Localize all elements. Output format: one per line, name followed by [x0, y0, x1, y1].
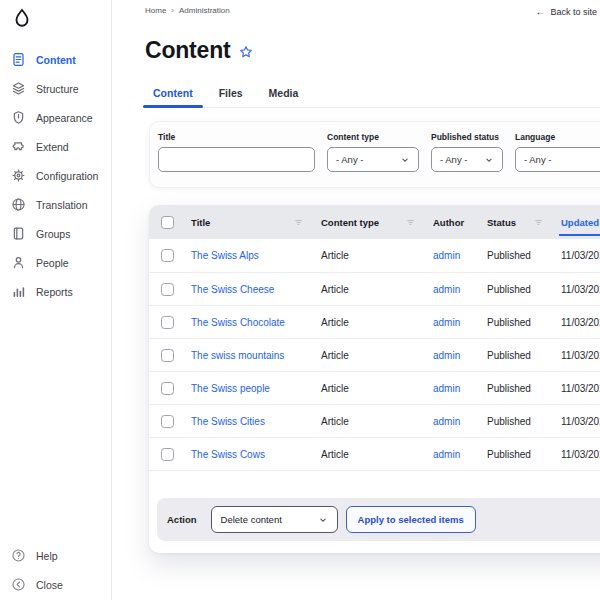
row-checkbox[interactable] [161, 415, 174, 428]
column-header-author[interactable]: Author [427, 205, 481, 239]
tab-content[interactable]: Content [143, 79, 203, 107]
back-to-site-link[interactable]: ← Back to site [535, 6, 597, 17]
table-row: The swiss mountains Article admin Publis… [149, 338, 600, 371]
sidebar-item-close[interactable]: Close [0, 570, 111, 599]
chevron-down-icon [400, 155, 410, 165]
column-header-content-type[interactable]: Content type [315, 205, 427, 239]
bar-chart-icon [11, 284, 26, 299]
row-title-link[interactable]: The Swiss Chocolate [191, 317, 285, 328]
sidebar-item-label: People [36, 257, 69, 269]
sort-icon [294, 218, 303, 227]
action-select-value: Delete content [221, 514, 282, 525]
sort-icon [534, 218, 543, 227]
row-updated: 11/03/202 [555, 416, 600, 427]
column-label: Author [433, 217, 464, 228]
sidebar-item-label: Appearance [36, 112, 93, 124]
row-author-link[interactable]: admin [433, 317, 460, 328]
row-author-link[interactable]: admin [433, 383, 460, 394]
sidebar: Content Structure Appearance Extend Conf… [0, 0, 112, 600]
book-icon [11, 226, 26, 241]
table-header-row: TitleContent typeAuthorStatusUpdated [149, 205, 600, 239]
page-title: Content [145, 37, 230, 64]
action-label: Action [167, 514, 197, 525]
chevron-left-circle-icon [11, 577, 26, 592]
sidebar-footer: Help Close [0, 541, 111, 600]
title-filter-input[interactable] [158, 147, 315, 172]
filter-label: Language [515, 132, 600, 142]
content-type-select[interactable]: - Any - [327, 147, 419, 172]
row-check-cell [149, 349, 185, 362]
row-author-link[interactable]: admin [433, 416, 460, 427]
layers-icon [11, 81, 26, 96]
row-title-link[interactable]: The Swiss people [191, 383, 270, 394]
row-check-cell [149, 448, 185, 461]
row-checkbox[interactable] [161, 382, 174, 395]
table-body: The Swiss Alps Article admin Published 1… [149, 239, 600, 470]
select-all-checkbox[interactable] [161, 216, 174, 229]
row-updated: 11/03/202 [555, 350, 600, 361]
row-title-link[interactable]: The swiss mountains [191, 350, 284, 361]
tab-media[interactable]: Media [259, 79, 309, 107]
apply-to-selected-button[interactable]: Apply to selected items [346, 506, 476, 533]
tab-files[interactable]: Files [209, 79, 253, 107]
published-status-select[interactable]: - Any - [431, 147, 503, 172]
column-header-title[interactable]: Title [185, 205, 315, 239]
table-row: The Swiss Cities Article admin Published… [149, 404, 600, 437]
row-check-cell [149, 415, 185, 428]
language-select[interactable]: - Any - [515, 147, 600, 172]
sidebar-item-label: Content [36, 54, 76, 66]
row-title-link[interactable]: The Swiss Alps [191, 250, 259, 261]
document-icon [11, 52, 26, 67]
chevron-down-icon [484, 155, 494, 165]
column-header-status[interactable]: Status [481, 205, 555, 239]
row-checkbox[interactable] [161, 316, 174, 329]
breadcrumb-item-home[interactable]: Home [145, 6, 166, 15]
row-checkbox[interactable] [161, 283, 174, 296]
sidebar-item-extend[interactable]: Extend [0, 132, 111, 161]
row-title-link[interactable]: The Swiss Cities [191, 416, 265, 427]
row-author-link[interactable]: admin [433, 449, 460, 460]
drupal-drop-logo-icon[interactable] [12, 8, 32, 32]
row-status: Published [481, 416, 555, 427]
row-checkbox[interactable] [161, 349, 174, 362]
row-content-type: Article [315, 449, 427, 460]
filter-card: Title Content type - Any - Published sta… [149, 121, 600, 188]
table-row: The Swiss Cows Article admin Published 1… [149, 437, 600, 470]
row-author-link[interactable]: admin [433, 250, 460, 261]
sidebar-item-configuration[interactable]: Configuration [0, 161, 111, 190]
sidebar-item-label: Help [36, 550, 58, 562]
tab-bar: ContentFilesMedia [143, 79, 600, 108]
sidebar-item-groups[interactable]: Groups [0, 219, 111, 248]
action-select[interactable]: Delete content [211, 506, 338, 533]
column-label: Title [191, 217, 210, 228]
bulk-action-bar: Action Delete content Apply to selected … [157, 498, 600, 541]
filter-label: Published status [431, 132, 503, 142]
sidebar-item-people[interactable]: People [0, 248, 111, 277]
bookmark-star-icon[interactable] [239, 45, 253, 59]
sidebar-item-label: Extend [36, 141, 69, 153]
sidebar-item-appearance[interactable]: Appearance [0, 103, 111, 132]
sidebar-item-content[interactable]: Content [0, 45, 111, 74]
row-content-type: Article [315, 284, 427, 295]
row-title-link[interactable]: The Swiss Cows [191, 449, 265, 460]
row-author-link[interactable]: admin [433, 284, 460, 295]
filter-group-language: Language - Any - [515, 132, 600, 172]
sidebar-item-structure[interactable]: Structure [0, 74, 111, 103]
sidebar-item-reports[interactable]: Reports [0, 277, 111, 306]
puzzle-icon [11, 139, 26, 154]
title-row: Content [145, 37, 600, 64]
filter-label: Content type [327, 132, 419, 142]
row-title-link[interactable]: The Swiss Cheese [191, 284, 274, 295]
breadcrumb-item-administration[interactable]: Administration [179, 6, 230, 15]
filter-group-published-status: Published status - Any - [431, 132, 503, 172]
row-author-link[interactable]: admin [433, 350, 460, 361]
row-checkbox[interactable] [161, 249, 174, 262]
sidebar-item-translation[interactable]: Translation [0, 190, 111, 219]
column-header-updated[interactable]: Updated [555, 205, 600, 239]
row-content-type: Article [315, 383, 427, 394]
sidebar-item-help[interactable]: Help [0, 541, 111, 570]
column-label: Status [487, 217, 516, 228]
main-content: Home›Administration ← Back to site Conte… [112, 0, 600, 600]
globe-icon [11, 197, 26, 212]
row-checkbox[interactable] [161, 448, 174, 461]
